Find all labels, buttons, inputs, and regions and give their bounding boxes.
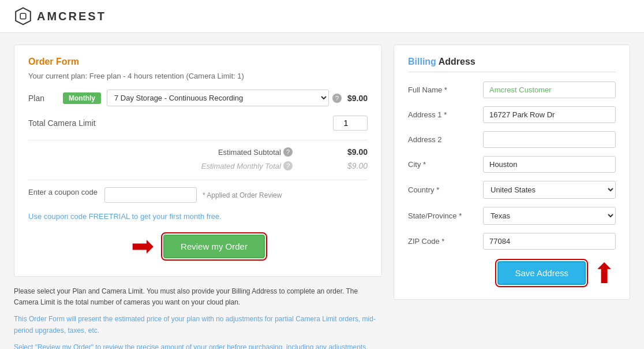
- svg-marker-0: [16, 8, 31, 25]
- country-select[interactable]: United States: [483, 181, 616, 199]
- monthly-help-icon[interactable]: ?: [283, 161, 293, 170]
- address1-row: Address 1 *: [408, 106, 616, 123]
- plan-select-wrapper: 7 Day Storage - Continuous Recording ?: [107, 90, 342, 106]
- subtotal-help-icon[interactable]: ?: [283, 147, 293, 157]
- zip-row: ZIP Code *: [408, 233, 616, 250]
- address2-label: Address 2: [408, 135, 483, 144]
- info-text-2: This Order Form will present the estimat…: [14, 314, 382, 336]
- applied-text: * Applied at Order Review: [203, 191, 282, 199]
- coupon-row: Enter a coupon code * Applied at Order R…: [28, 187, 368, 203]
- coupon-input-wrapper: * Applied at Order Review: [104, 187, 282, 203]
- address2-row: Address 2: [408, 131, 616, 148]
- city-label: City *: [408, 160, 483, 169]
- logo: AMCREST: [14, 7, 106, 25]
- review-section: ➡ Review my Order: [28, 232, 368, 260]
- plan-row: Plan Monthly 7 Day Storage - Continuous …: [28, 90, 368, 106]
- state-label: State/Province *: [408, 211, 483, 220]
- logo-icon: [14, 7, 32, 25]
- zip-input[interactable]: [483, 233, 616, 250]
- address2-input[interactable]: [483, 131, 616, 148]
- camera-limit-label: Total Camera Limit: [28, 118, 96, 128]
- svg-rect-1: [20, 13, 26, 19]
- plan-label: Plan: [28, 94, 57, 103]
- city-input[interactable]: [483, 156, 616, 173]
- save-btn-wrapper: Save Address ⬆: [408, 258, 616, 288]
- coupon-input[interactable]: [104, 187, 197, 203]
- order-form-card: Order Form Your current plan: Free plan …: [14, 44, 382, 277]
- current-plan-text: Your current plan: Free plan - 4 hours r…: [28, 72, 368, 80]
- top-bar: AMCREST: [0, 0, 644, 33]
- full-name-input[interactable]: [483, 81, 616, 98]
- city-row: City *: [408, 156, 616, 173]
- camera-limit-input[interactable]: [333, 116, 368, 131]
- monthly-total-row: Estimated Monthly Total ? $9.00: [28, 161, 368, 170]
- info-section: Please select your Plan and Camera Limit…: [14, 286, 382, 349]
- address1-label: Address 1 *: [408, 110, 483, 119]
- divider-1: [28, 140, 368, 140]
- left-panel: Order Form Your current plan: Free plan …: [14, 44, 382, 349]
- country-row: Country * United States: [408, 181, 616, 199]
- camera-limit-row: Total Camera Limit: [28, 116, 368, 131]
- plan-select[interactable]: 7 Day Storage - Continuous Recording: [107, 90, 329, 106]
- billing-address-title: Billing Address: [408, 57, 616, 72]
- right-panel: Billing Address Full Name * Address 1 * …: [394, 44, 630, 349]
- state-select[interactable]: Texas: [483, 207, 616, 225]
- full-name-label: Full Name *: [408, 86, 483, 94]
- plan-price: $9.00: [347, 94, 368, 103]
- subtotal-value: $9.00: [339, 147, 368, 157]
- state-row: State/Province * Texas: [408, 207, 616, 225]
- main-content: Order Form Your current plan: Free plan …: [0, 33, 644, 349]
- subtotal-label: Estimated Subtotal ?: [218, 147, 293, 157]
- monthly-badge: Monthly: [63, 92, 101, 104]
- billing-address-card: Billing Address Full Name * Address 1 * …: [394, 44, 630, 300]
- freetrial-text: Use coupon code FREETRIAL to get your fi…: [28, 212, 368, 221]
- zip-label: ZIP Code *: [408, 237, 483, 246]
- order-form-title: Order Form: [28, 57, 368, 67]
- review-order-button[interactable]: Review my Order: [163, 235, 265, 258]
- billing-title-highlight: Billing: [408, 57, 436, 66]
- monthly-total-value: $9.00: [339, 161, 368, 170]
- info-text-1: Please select your Plan and Camera Limit…: [14, 286, 382, 308]
- full-name-row: Full Name *: [408, 81, 616, 98]
- save-address-button[interactable]: Save Address: [497, 261, 586, 285]
- plan-help-icon[interactable]: ?: [332, 94, 342, 103]
- divider-2: [28, 180, 368, 180]
- app-name: AMCREST: [37, 10, 106, 23]
- country-label: Country *: [408, 185, 483, 194]
- address1-input[interactable]: [483, 106, 616, 123]
- subtotal-row: Estimated Subtotal ? $9.00: [28, 147, 368, 157]
- monthly-total-label: Estimated Monthly Total ?: [201, 161, 293, 170]
- arrow-right-icon: ➡: [131, 232, 154, 260]
- info-text-3: Select "Review my Order" to review the p…: [14, 342, 382, 349]
- coupon-label: Enter a coupon code: [28, 187, 98, 198]
- arrow-up-icon: ⬆: [593, 260, 616, 288]
